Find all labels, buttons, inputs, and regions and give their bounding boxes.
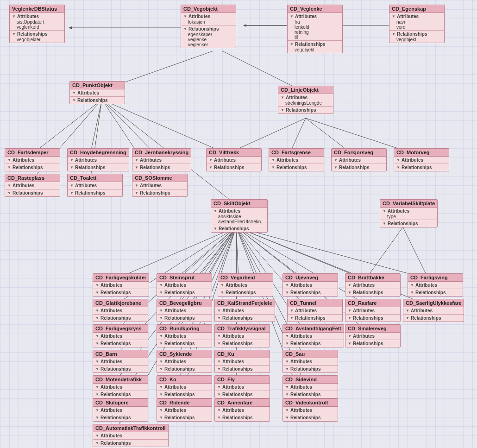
relationships-header[interactable]: Relationships (348, 290, 398, 296)
attributes-header[interactable]: Attributes (290, 13, 340, 19)
attributes-header[interactable]: Attributes (95, 308, 145, 314)
attributes-header[interactable]: Attributes (348, 282, 398, 288)
attributes-header[interactable]: Attributes (285, 384, 335, 390)
entity-cd_trafikklyssignal[interactable]: CD_TrafikklyssignalAttributesRelationshi… (214, 324, 270, 347)
entity-cd_ko[interactable]: CD_KoAttributesRelationships (157, 375, 212, 398)
entity-cd_rundkjoring[interactable]: CD_RundkjoringAttributesRelationships (157, 324, 212, 347)
entity-cd_tunnel[interactable]: CD_TunnelAttributesRelationships (287, 299, 343, 322)
attributes-header[interactable]: Attributes (383, 208, 435, 214)
entity-cd_motorveg[interactable]: CD_MotorvegAttributesRelationships (394, 148, 449, 171)
relationships-header[interactable]: Relationships (271, 164, 321, 170)
relationships-header[interactable]: Relationships (290, 41, 340, 47)
relationships-header[interactable]: Relationships (135, 190, 185, 196)
entity-cd_farligvegkryss[interactable]: CD_FarligvegkryssAttributesRelationships (93, 324, 148, 347)
entity-cd_steinsprut[interactable]: CD_SteinsprutAttributesRelationships (157, 273, 212, 297)
attributes-header[interactable]: Attributes (159, 282, 209, 288)
attributes-header[interactable]: Attributes (271, 157, 321, 163)
attributes-header[interactable]: Attributes (281, 95, 331, 101)
attributes-header[interactable]: Attributes (217, 359, 267, 365)
entity-cd_forkjorsveg[interactable]: CD_ForkjorsvegAttributesRelationships (331, 148, 387, 171)
attributes-header[interactable]: Attributes (213, 208, 265, 214)
entity-cd_vegobjekt[interactable]: CD_VegobjektAttributeslokasjonRelationsh… (181, 5, 236, 48)
entity-cd_saerligulykkesfare[interactable]: CD_SaerligUlykkesfareAttributesRelations… (403, 299, 464, 322)
attributes-header[interactable]: Attributes (159, 333, 209, 339)
attributes-header[interactable]: Attributes (70, 157, 126, 163)
relationships-header[interactable]: Relationships (217, 415, 267, 421)
relationships-header[interactable]: Relationships (159, 415, 209, 421)
entity-cd_barn[interactable]: CD_BarnAttributesRelationships (93, 350, 148, 373)
relationships-header[interactable]: Relationships (7, 190, 57, 196)
entity-cd_fly[interactable]: CD_FlyAttributesRelationships (214, 375, 270, 398)
attributes-header[interactable]: Attributes (159, 359, 209, 365)
attributes-header[interactable]: Attributes (95, 433, 166, 439)
attributes-header[interactable]: Attributes (135, 183, 185, 189)
entity-cd_automatisktrafikkontroll[interactable]: CD_AutomatiskTrafikkontrollAttributesRel… (93, 424, 169, 447)
relationships-header[interactable]: Relationships (285, 415, 335, 421)
relationships-header[interactable]: Relationships (95, 440, 166, 446)
attributes-header[interactable]: Attributes (70, 183, 120, 189)
relationships-header[interactable]: Relationships (95, 391, 145, 398)
relationships-header[interactable]: Relationships (383, 221, 435, 227)
entity-cd_ridende[interactable]: CD_RidendeAttributesRelationships (157, 398, 212, 422)
relationships-header[interactable]: Relationships (290, 315, 340, 321)
relationships-header[interactable]: Relationships (135, 164, 188, 170)
relationships-header[interactable]: Relationships (95, 290, 146, 296)
entity-cd_rasteplass[interactable]: CD_RasteplassAttributesRelationships (5, 174, 60, 197)
relationships-header[interactable]: Relationships (281, 107, 331, 113)
attributes-header[interactable]: Attributes (392, 13, 442, 19)
entity-cd_vilttrekk[interactable]: CD_VilttrekkAttributesRelationships (206, 148, 262, 171)
attributes-header[interactable]: Attributes (72, 90, 122, 96)
entity-cd_linjeobjekt[interactable]: CD_LinjeObjektAttributesstrekningsLengde… (278, 86, 333, 114)
entity-cd_vegarbeid[interactable]: CD_VegarbeidAttributesRelationships (218, 273, 273, 297)
relationships-header[interactable]: Relationships (159, 341, 209, 347)
attributes-header[interactable]: Attributes (159, 384, 209, 390)
entity-cd_smalereveg[interactable]: CD_SmalerevegAttributesRelationships (345, 324, 401, 347)
entity-cd_variabelskiltplate[interactable]: CD_VariabelSkiltplateAttributestypeRelat… (380, 199, 438, 227)
relationships-header[interactable]: Relationships (285, 391, 335, 398)
attributes-header[interactable]: Attributes (95, 407, 145, 413)
entity-cd_fartsdemper[interactable]: CD_FartsdemperAttributesRelationships (5, 148, 60, 171)
attributes-header[interactable]: Attributes (285, 407, 335, 413)
attributes-header[interactable]: Attributes (159, 407, 209, 413)
attributes-header[interactable]: Attributes (285, 282, 335, 288)
relationships-header[interactable]: Relationships (217, 341, 267, 347)
relationships-header[interactable]: Relationships (396, 164, 446, 170)
relationships-header[interactable]: Relationships (159, 391, 209, 398)
entity-cd_skiltobjekt[interactable]: CD_SkiltObjektAttributesansiktssideavsta… (211, 199, 268, 233)
relationships-header[interactable]: Relationships (220, 290, 270, 296)
attributes-header[interactable]: Attributes (348, 333, 398, 339)
entity-cd_veglenke[interactable]: CD_VeglenkeAttributesfralenkeldretningti… (287, 5, 343, 53)
entity-cd_hoydebegrensning[interactable]: CD_HoydebegrensningAttributesRelationshi… (67, 148, 129, 171)
entity-cd_bevegeligbru[interactable]: CD_BevegeligbruAttributesRelationships (157, 299, 212, 322)
relationships-header[interactable]: Relationships (95, 315, 145, 321)
relationships-header[interactable]: Relationships (334, 164, 384, 170)
entity-cd_brattbakke[interactable]: CD_BrattbakkeAttributesRelationships (345, 273, 401, 297)
relationships-header[interactable]: Relationships (95, 366, 145, 372)
attributes-header[interactable]: Attributes (406, 308, 461, 314)
entity-cd_ku[interactable]: CD_KuAttributesRelationships (214, 350, 270, 373)
attributes-header[interactable]: Attributes (220, 282, 270, 288)
attributes-header[interactable]: Attributes (209, 157, 259, 163)
entity-veglenkedbstatus[interactable]: VeglenkeDBStatusAttributessistOppdatertv… (9, 5, 65, 43)
relationships-header[interactable]: Relationships (392, 31, 442, 37)
attributes-header[interactable]: Attributes (95, 359, 145, 365)
relationships-header[interactable]: Relationships (159, 315, 209, 321)
entity-cd_syklende[interactable]: CD_SyklendeAttributesRelationships (157, 350, 212, 373)
attributes-header[interactable]: Attributes (95, 333, 145, 339)
relationships-header[interactable]: Relationships (12, 31, 62, 37)
attributes-header[interactable]: Attributes (410, 282, 460, 288)
entity-cd_punktobjekt[interactable]: CD_PunktObjektAttributesRelationships (69, 81, 125, 104)
entity-cd_sidevind[interactable]: CD_SidevindAttributesRelationships (282, 375, 338, 398)
attributes-header[interactable]: Attributes (183, 13, 233, 19)
relationships-header[interactable]: Relationships (285, 290, 335, 296)
attributes-header[interactable]: Attributes (95, 384, 145, 390)
attributes-header[interactable]: Attributes (217, 407, 267, 413)
relationships-header[interactable]: Relationships (95, 341, 145, 347)
relationships-header[interactable]: Relationships (70, 190, 120, 196)
entity-cd_soslomme[interactable]: CD_SOSlommeAttributesRelationships (132, 174, 188, 197)
relationships-header[interactable]: Relationships (348, 341, 398, 347)
relationships-header[interactable]: Relationships (217, 366, 267, 372)
entity-cd_jernbanekryssing[interactable]: CD_JernbanekryssingAttributesRelationshi… (132, 148, 191, 171)
attributes-header[interactable]: Attributes (396, 157, 446, 163)
relationships-header[interactable]: Relationships (7, 164, 57, 170)
